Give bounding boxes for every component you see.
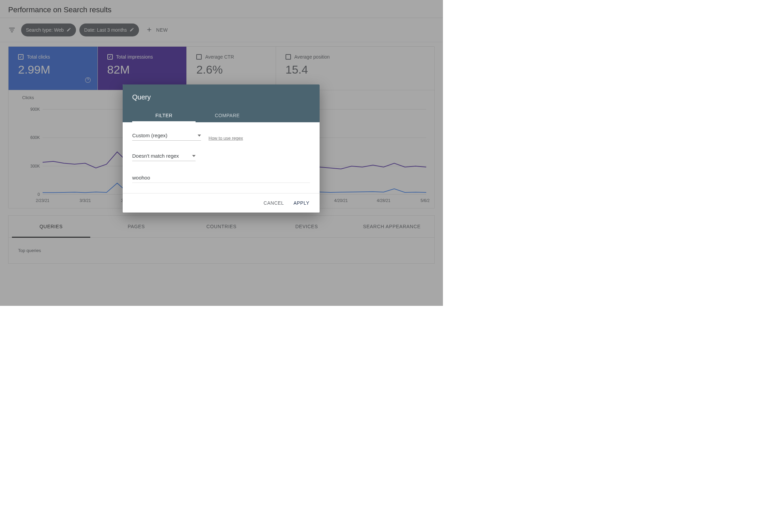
dialog-tabs: FILTER COMPARE <box>132 109 310 122</box>
dropdown-arrow-icon <box>192 155 196 157</box>
regex-help-link[interactable]: How to use regex <box>209 136 243 141</box>
dialog-header: Query FILTER COMPARE <box>123 84 320 122</box>
filter-type-select[interactable]: Custom (regex) <box>132 130 201 141</box>
cancel-button[interactable]: CANCEL <box>260 198 288 208</box>
dropdown-arrow-icon <box>198 135 201 137</box>
regex-input[interactable] <box>132 171 310 183</box>
dialog-actions: CANCEL APPLY <box>123 193 320 213</box>
dialog-tab-filter[interactable]: FILTER <box>132 109 196 122</box>
dialog-body: Custom (regex) How to use regex Doesn't … <box>123 122 320 193</box>
dialog-tab-compare[interactable]: COMPARE <box>196 109 259 122</box>
match-mode-value: Doesn't match regex <box>132 153 179 159</box>
dialog-title: Query <box>132 93 310 109</box>
match-mode-select[interactable]: Doesn't match regex <box>132 151 196 161</box>
query-filter-dialog: Query FILTER COMPARE Custom (regex) How … <box>123 84 320 213</box>
apply-button[interactable]: APPLY <box>290 198 313 208</box>
filter-type-value: Custom (regex) <box>132 132 167 138</box>
